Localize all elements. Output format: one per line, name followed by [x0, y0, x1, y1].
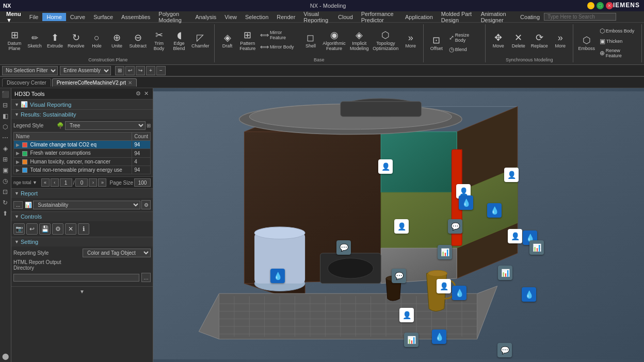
- annotation-person-3[interactable]: 👤: [504, 168, 519, 182]
- legend-style-expand-icon[interactable]: ⊞: [147, 123, 151, 128]
- more-feature-button[interactable]: » More: [401, 30, 420, 50]
- annotation-chart-1[interactable]: 📊: [438, 245, 452, 259]
- reporting-style-dropdown[interactable]: Color and Tag Object Color Only Tag Only: [83, 249, 151, 257]
- draft-button[interactable]: ◈ Draft: [218, 30, 237, 50]
- table-row[interactable]: ▶ Total non-renewable primary energy use…: [14, 166, 151, 174]
- edge-blend-button[interactable]: ◖ EdgeBlend: [170, 28, 188, 53]
- annotation-msg-1[interactable]: 💬: [448, 219, 462, 234]
- legend-style-dropdown[interactable]: Tree List Grid: [65, 121, 146, 130]
- ctrl-close-button[interactable]: ✕: [65, 223, 76, 235]
- offset-button[interactable]: ⊡ Offset: [427, 33, 446, 53]
- row-expand-icon[interactable]: ▶: [16, 168, 20, 173]
- html-output-browse-button[interactable]: …: [141, 273, 151, 282]
- annotation-chart-2[interactable]: 📊: [529, 240, 544, 255]
- page-prev-button[interactable]: ‹: [51, 178, 59, 187]
- chamfer-button[interactable]: ◸ Chamfer: [190, 30, 211, 50]
- ctrl-export-button[interactable]: 💾: [39, 223, 51, 235]
- mirror-feature-button[interactable]: ⟺ Mirror Feature: [259, 29, 300, 41]
- page-first-button[interactable]: «: [41, 178, 50, 187]
- sidebar-icon-9[interactable]: ◷: [0, 176, 10, 186]
- sidebar-icon-3[interactable]: ◧: [0, 111, 10, 121]
- table-row[interactable]: ▶ Climate change total CO2 eq 94: [14, 141, 151, 149]
- ctrl-reset-button[interactable]: ↩: [26, 223, 38, 235]
- menu-item-curve[interactable]: Curve: [66, 13, 89, 21]
- sidebar-icon-7[interactable]: ⊞: [0, 154, 10, 164]
- sidebar-icon-10[interactable]: ⊡: [0, 187, 10, 197]
- ctrl-info-button[interactable]: ℹ: [78, 223, 89, 235]
- sidebar-icon-11[interactable]: ↻: [0, 198, 10, 208]
- search-input[interactable]: [544, 13, 616, 21]
- page-number-input[interactable]: [60, 178, 72, 187]
- blend-button[interactable]: ◷ Blend: [447, 45, 482, 54]
- annotation-water-1[interactable]: 💧: [459, 195, 473, 210]
- hole-button[interactable]: ○ Hole: [88, 30, 106, 50]
- menu-item-application[interactable]: Application: [401, 13, 437, 21]
- annotation-person-4[interactable]: 👤: [394, 219, 409, 234]
- report-type-button[interactable]: ...: [13, 201, 23, 209]
- visual-reporting-header[interactable]: ▼ 📊 Visual Reporting: [11, 100, 153, 109]
- annotation-msg-3[interactable]: 💬: [392, 269, 406, 283]
- more-sync-button[interactable]: » More: [551, 30, 570, 50]
- panel-settings-icon[interactable]: ⚙: [135, 90, 142, 97]
- sketch-button[interactable]: ✏ Sketch: [25, 30, 44, 50]
- annotation-msg-4[interactable]: 💬: [497, 343, 512, 357]
- page-last-button[interactable]: »: [98, 178, 106, 187]
- menu-item-selection[interactable]: Selection: [241, 13, 272, 21]
- sidebar-icon-6[interactable]: ◈: [0, 143, 10, 154]
- tab-coffee-machine[interactable]: PremiereCoffeeMachineV2.prt ✕: [52, 78, 137, 87]
- menu-item-surface[interactable]: Surface: [89, 13, 117, 21]
- unite-button[interactable]: ⊕ Unite: [108, 30, 126, 50]
- annotation-chart-4[interactable]: 📊: [404, 333, 418, 347]
- ctrl-camera-button[interactable]: 📷: [13, 223, 25, 235]
- menu-item-render[interactable]: Render: [272, 13, 299, 21]
- toolbar-btn-1[interactable]: ⊞: [115, 66, 124, 75]
- menu-button[interactable]: Menu ▼: [2, 10, 25, 24]
- thicken-button[interactable]: ▣ Thicken: [598, 37, 638, 46]
- sidebar-icon-8[interactable]: ▣: [0, 165, 10, 175]
- delete-face-button[interactable]: ✕ Delete: [509, 30, 528, 50]
- table-row[interactable]: ▶ Human toxicity, cancer, non-cancer 4: [14, 157, 151, 166]
- html-output-input[interactable]: [13, 274, 139, 282]
- menu-item-coating[interactable]: Coating: [516, 13, 544, 21]
- annotation-msg-2[interactable]: 💬: [336, 240, 351, 255]
- algo-feature-button[interactable]: ◉ AlgorithmicFeature: [321, 28, 347, 53]
- annotation-chart-3[interactable]: 📊: [498, 266, 512, 280]
- tab-close-icon[interactable]: ✕: [128, 80, 132, 86]
- pattern-feature-button[interactable]: ⊞ PatternFeature: [238, 28, 257, 53]
- selection-filter-dropdown[interactable]: No Selection Filter: [2, 66, 58, 75]
- sidebar-icon-13[interactable]: ⬤: [0, 351, 10, 361]
- setting-header[interactable]: ▼ Setting: [11, 237, 153, 246]
- annotation-water-5[interactable]: 💧: [522, 287, 536, 302]
- table-row[interactable]: ▶ Fresh water consumptions 94: [14, 149, 151, 157]
- emboss-button[interactable]: ⬡ Emboss: [577, 33, 597, 53]
- menu-item-molded[interactable]: Molded Part Design: [437, 10, 477, 24]
- menu-item-view[interactable]: View: [220, 13, 241, 21]
- shell-button[interactable]: ◻ Shell: [301, 30, 320, 50]
- sidebar-icon-12[interactable]: ⬆: [0, 208, 10, 219]
- toolbar-btn-4[interactable]: +: [146, 66, 155, 75]
- replace-button[interactable]: ⟳ Replace: [529, 30, 550, 50]
- report-settings-button[interactable]: ⚙: [141, 200, 151, 209]
- toolbar-btn-5[interactable]: −: [156, 66, 166, 75]
- ctrl-settings-button[interactable]: ⚙: [52, 223, 63, 235]
- resize-body-button[interactable]: ⤢ Resize Body: [447, 31, 482, 44]
- datum-plane-button[interactable]: ⊞ DatumPlane: [5, 28, 24, 53]
- sidebar-icon-4[interactable]: ⬡: [0, 122, 10, 132]
- report-header[interactable]: ▼ Report: [11, 189, 153, 198]
- menu-item-file[interactable]: File: [25, 13, 43, 21]
- row-expand-icon[interactable]: ▶: [16, 159, 20, 164]
- mirror-body-button[interactable]: ⟺ Mirror Body: [259, 42, 300, 52]
- annotation-water-4[interactable]: 💧: [452, 286, 466, 300]
- trim-body-button[interactable]: ✂ TrimBody: [150, 28, 168, 53]
- sidebar-icon-1[interactable]: ⬛: [0, 89, 10, 100]
- minimize-button[interactable]: —: [587, 2, 594, 9]
- menu-item-polygon[interactable]: Polygon Modeling: [154, 10, 191, 24]
- emboss-body-button[interactable]: ⬡ Emboss Body: [598, 26, 638, 36]
- controls-header[interactable]: ▼ Controls: [11, 212, 153, 221]
- annotation-water-6[interactable]: 💧: [270, 269, 285, 283]
- renew-feature-button[interactable]: ⊕ Renew Feature: [598, 47, 638, 59]
- page-next-button[interactable]: ›: [89, 178, 97, 187]
- annotation-water-2[interactable]: 💧: [487, 203, 502, 218]
- close-button[interactable]: ✕: [606, 2, 613, 9]
- page-size-input[interactable]: [134, 178, 151, 187]
